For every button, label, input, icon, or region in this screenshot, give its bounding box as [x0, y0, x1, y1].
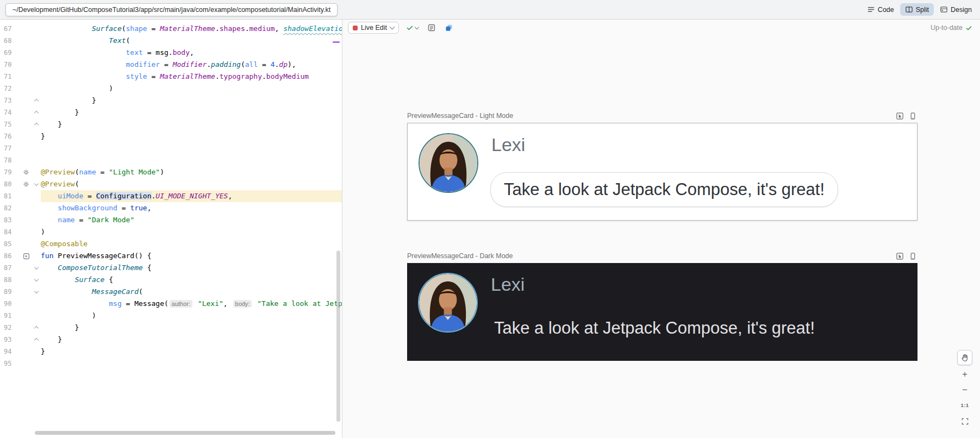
zoom-to-fit-button[interactable]	[958, 414, 972, 428]
fold-spacer	[32, 83, 41, 95]
code-line-68[interactable]: 68 Text(	[0, 35, 342, 47]
code-text: modifier = Modifier.padding(all = 4.dp),	[41, 59, 342, 71]
code-line-71[interactable]: 71 style = MaterialTheme.typography.body…	[0, 71, 342, 83]
code-line-88[interactable]: 88 Surface {	[0, 274, 342, 286]
fold-marker-icon[interactable]	[32, 262, 41, 274]
build-status-dropdown[interactable]	[404, 23, 420, 33]
fold-marker-icon[interactable]	[32, 286, 41, 298]
code-line-79[interactable]: 79@Preview(name = "Light Mode")	[0, 166, 342, 178]
fold-marker-icon[interactable]	[32, 118, 41, 130]
preview-settings-gear-icon[interactable]	[20, 178, 32, 190]
view-mode-split[interactable]: Split	[900, 3, 934, 16]
run-on-device-icon[interactable]	[908, 251, 917, 261]
code-line-69[interactable]: 69 text = msg.body,	[0, 47, 342, 59]
code-line-94[interactable]: 94}	[0, 346, 342, 358]
design-view-icon	[940, 5, 948, 14]
line-number: 89	[0, 286, 20, 298]
preview-group-light: PreviewMessageCard - Light Mode	[407, 110, 917, 221]
code-view-icon	[867, 5, 875, 14]
line-number: 84	[0, 226, 20, 238]
line-number: 79	[0, 166, 20, 178]
code-line-81[interactable]: 81 uiMode = Configuration.UI_MODE_NIGHT_…	[0, 190, 342, 202]
code-line-84[interactable]: 84)	[0, 226, 342, 238]
breadcrumb[interactable]: ~/Development/GitHub/ComposeTutorial3/ap…	[5, 3, 338, 16]
line-number: 78	[0, 154, 20, 166]
gutter-spacer	[20, 346, 32, 358]
compose-preview-gutter-icon[interactable]	[20, 250, 32, 262]
interactive-mode-icon[interactable]	[895, 111, 904, 121]
code-text: }	[41, 346, 342, 358]
run-on-device-icon[interactable]	[908, 111, 917, 121]
fold-marker-icon[interactable]	[32, 334, 41, 346]
code-text: )	[41, 83, 342, 95]
code-line-91[interactable]: 91 )	[0, 310, 342, 322]
gutter-spacer	[20, 107, 32, 118]
code-line-76[interactable]: 76}	[0, 130, 342, 142]
code-line-77[interactable]: 77	[0, 142, 342, 154]
code-line-75[interactable]: 75 }	[0, 118, 342, 130]
code-line-90[interactable]: 90 msg = Message(author: "Lexi", body: "…	[0, 298, 342, 310]
code-line-73[interactable]: 73 }	[0, 95, 342, 107]
zoom-reset-button[interactable]: 1:1	[958, 398, 972, 412]
fold-marker-icon[interactable]	[32, 274, 41, 286]
gutter-spacer	[20, 202, 32, 214]
fold-marker-icon[interactable]	[32, 178, 41, 190]
gutter-spacer	[20, 47, 32, 59]
line-number: 73	[0, 95, 20, 107]
chevron-down-icon	[390, 24, 395, 30]
view-mode-code[interactable]: Code	[862, 3, 899, 16]
fold-marker-icon[interactable]	[32, 95, 41, 107]
code-line-89[interactable]: 89 MessageCard(	[0, 286, 342, 298]
code-line-72[interactable]: 72 )	[0, 83, 342, 95]
editor-horizontal-scrollbar[interactable]	[35, 431, 335, 435]
line-number: 69	[0, 47, 20, 59]
chevron-down-icon	[415, 24, 419, 29]
preview-title: PreviewMessageCard - Light Mode	[407, 112, 513, 120]
code-editor[interactable]: 67 Surface(shape = MaterialTheme.shapes.…	[0, 20, 342, 438]
ui-check-icon[interactable]	[426, 22, 438, 34]
code-line-87[interactable]: 87 ComposeTutorialTheme {	[0, 262, 342, 274]
fold-marker-icon[interactable]	[32, 322, 41, 334]
code-line-82[interactable]: 82 showBackground = true,	[0, 202, 342, 214]
line-number: 85	[0, 238, 20, 250]
code-line-80[interactable]: 80@Preview(	[0, 178, 342, 190]
zoom-out-button[interactable]: −	[958, 383, 972, 397]
code-text	[41, 358, 342, 370]
pan-hand-button[interactable]	[957, 350, 972, 365]
code-line-83[interactable]: 83 name = "Dark Mode"	[0, 214, 342, 226]
preview-settings-gear-icon[interactable]	[20, 166, 32, 178]
fold-spacer	[32, 35, 41, 47]
live-edit-button[interactable]: Live Edit	[348, 22, 399, 34]
zoom-in-button[interactable]: +	[958, 367, 972, 381]
gutter-spacer	[20, 310, 32, 322]
view-mode-label: Split	[916, 6, 929, 14]
code-line-86[interactable]: 86fun PreviewMessageCard() {	[0, 250, 342, 262]
code-text: }	[41, 95, 342, 107]
view-mode-design[interactable]: Design	[935, 3, 977, 16]
code-text: @Preview(name = "Light Mode")	[41, 166, 342, 178]
code-text: fun PreviewMessageCard() {	[41, 250, 342, 262]
line-number: 93	[0, 334, 20, 346]
split-content: 67 Surface(shape = MaterialTheme.shapes.…	[0, 20, 980, 438]
code-text	[41, 154, 342, 166]
preview-toolbar: Live Edit Up-to-date	[342, 20, 980, 36]
code-line-85[interactable]: 85@Composable	[0, 238, 342, 250]
fold-marker-icon[interactable]	[32, 107, 41, 118]
gutter-spacer	[20, 59, 32, 71]
code-line-74[interactable]: 74 }	[0, 107, 342, 118]
line-number: 90	[0, 298, 20, 310]
gutter-spacer	[20, 322, 32, 334]
live-edit-status-indicator-icon	[353, 26, 358, 30]
layers-icon[interactable]	[443, 22, 455, 34]
gutter-spacer	[20, 23, 32, 35]
code-line-93[interactable]: 93 }	[0, 334, 342, 346]
editor-vertical-scrollbar[interactable]	[336, 251, 340, 422]
code-line-70[interactable]: 70 modifier = Modifier.padding(all = 4.d…	[0, 59, 342, 71]
code-line-67[interactable]: 67 Surface(shape = MaterialTheme.shapes.…	[0, 23, 342, 35]
code-line-78[interactable]: 78	[0, 154, 342, 166]
code-line-95[interactable]: 95	[0, 358, 342, 370]
interactive-mode-icon[interactable]	[895, 251, 904, 261]
code-line-92[interactable]: 92 }	[0, 322, 342, 334]
avatar	[419, 133, 478, 193]
line-number: 68	[0, 35, 20, 47]
